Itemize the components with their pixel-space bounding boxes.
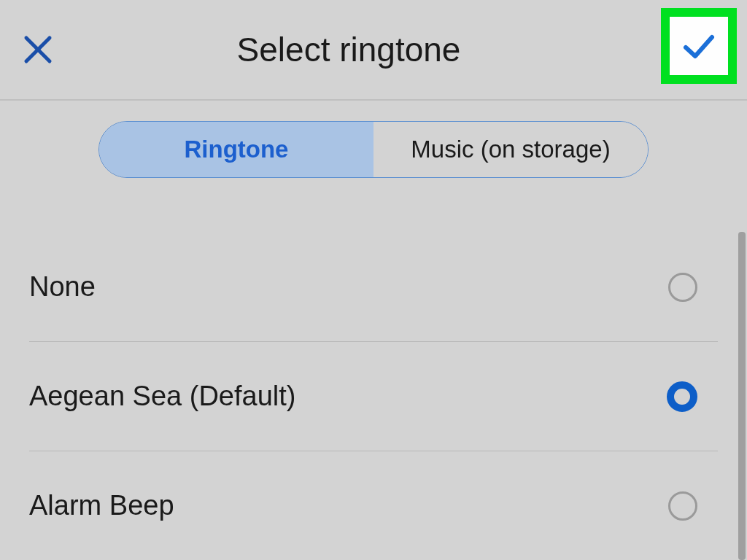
tab-music[interactable]: Music (on storage) [374,122,648,177]
tabs: Ringtone Music (on storage) [98,121,649,178]
confirm-button[interactable] [670,17,728,75]
page-title: Select ringtone [36,30,661,69]
list-item[interactable]: None [29,233,718,342]
tab-music-label: Music (on storage) [411,136,610,163]
tab-ringtone[interactable]: Ringtone [99,122,374,177]
list-item-label: Alarm Beep [29,490,174,521]
tabs-container: Ringtone Music (on storage) [0,101,747,178]
confirm-highlight [661,8,737,84]
radio-unselected-icon[interactable] [668,273,697,302]
ringtone-list: None Aegean Sea (Default) Alarm Beep [0,233,747,560]
list-item[interactable]: Aegean Sea (Default) [29,342,718,451]
list-item[interactable]: Alarm Beep [29,451,718,560]
list-item-label: Aegean Sea (Default) [29,381,295,412]
header: Select ringtone [0,0,747,101]
radio-selected-icon[interactable] [667,381,697,412]
checkmark-icon [677,24,721,68]
radio-unselected-icon[interactable] [668,491,697,521]
scrollbar[interactable] [738,232,746,560]
tab-ringtone-label: Ringtone [185,136,289,163]
list-item-label: None [29,271,96,303]
